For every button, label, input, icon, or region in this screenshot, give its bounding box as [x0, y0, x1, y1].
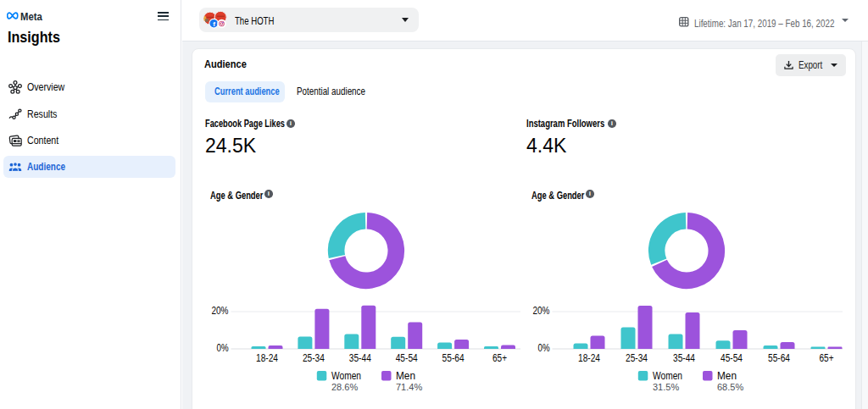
svg-text:65+: 65+	[820, 352, 834, 364]
svg-text:Women: Women	[331, 370, 361, 382]
svg-text:45-54: 45-54	[396, 352, 418, 364]
svg-text:25-34: 25-34	[626, 352, 648, 364]
svg-text:Men: Men	[396, 370, 415, 382]
svg-text:31.5%: 31.5%	[653, 382, 679, 392]
svg-text:35-44: 35-44	[673, 352, 695, 364]
svg-text:Men: Men	[717, 370, 737, 382]
svg-text:Women: Women	[653, 370, 682, 382]
svg-text:25-34: 25-34	[303, 352, 325, 364]
svg-text:f: f	[213, 20, 215, 28]
svg-text:65+: 65+	[492, 352, 507, 364]
svg-text:18-24: 18-24	[578, 352, 600, 364]
svg-text:45-54: 45-54	[721, 352, 743, 364]
svg-text:0%: 0%	[538, 342, 550, 354]
svg-text:55-64: 55-64	[768, 352, 790, 364]
svg-text:18-24: 18-24	[256, 352, 278, 364]
svg-text:35-44: 35-44	[349, 352, 371, 364]
svg-text:0%: 0%	[217, 342, 229, 354]
svg-text:28.6%: 28.6%	[331, 382, 358, 392]
svg-text:55-64: 55-64	[442, 352, 465, 364]
svg-text:20%: 20%	[212, 305, 229, 317]
svg-text:71.4%: 71.4%	[396, 382, 422, 392]
svg-text:68.5%: 68.5%	[717, 382, 743, 392]
svg-text:20%: 20%	[533, 305, 550, 317]
